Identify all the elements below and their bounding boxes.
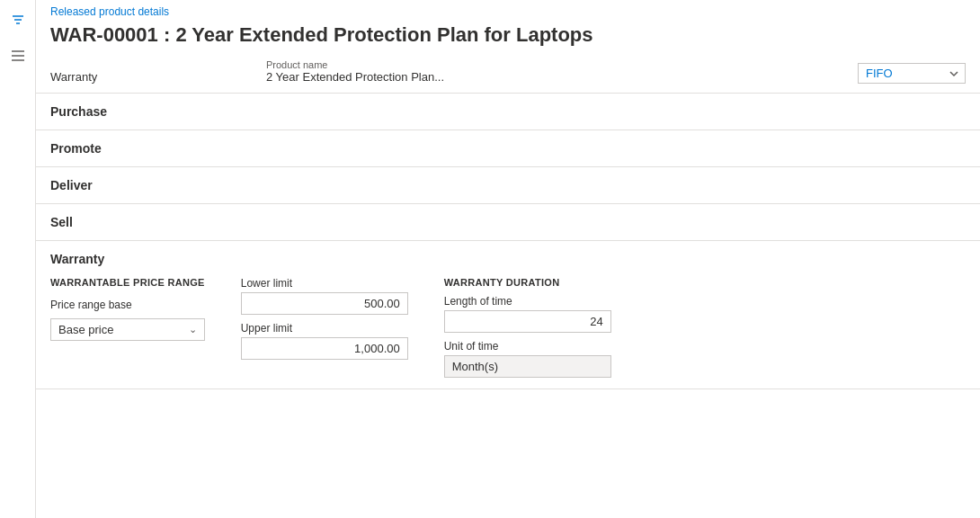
filter-icon[interactable] xyxy=(7,9,29,31)
upper-limit-label: Upper limit xyxy=(241,322,408,335)
product-name-value: 2 Year Extended Protection Plan... xyxy=(266,70,607,84)
unit-of-time-group: Unit of time Month(s) xyxy=(444,340,611,378)
warranty-type-value: Warranty xyxy=(50,70,248,84)
price-range-base-value: Base price xyxy=(58,323,113,336)
price-range-base-label: Price range base xyxy=(50,299,205,311)
unit-of-time-value: Month(s) xyxy=(444,355,611,378)
warrantable-price-range: WARRANTABLE PRICE RANGE Price range base… xyxy=(50,277,205,341)
warrantable-title: WARRANTABLE PRICE RANGE xyxy=(50,277,205,288)
warranty-type-field: Warranty xyxy=(50,70,248,84)
content-area: Warranty Product name 2 Year Extended Pr… xyxy=(36,58,980,518)
deliver-section-header[interactable]: Deliver xyxy=(36,167,980,204)
length-of-time-input[interactable] xyxy=(444,310,611,333)
length-of-time-group: Length of time xyxy=(444,295,611,333)
menu-icon[interactable] xyxy=(7,45,29,67)
fifo-wrapper: FIFO LIFO Average Standard xyxy=(625,63,966,84)
unit-of-time-label: Unit of time xyxy=(444,340,611,353)
product-name-field: Product name 2 Year Extended Protection … xyxy=(266,59,607,84)
price-range-base-select[interactable]: Base price ⌄ xyxy=(50,318,205,341)
breadcrumb[interactable]: Released product details xyxy=(36,0,980,20)
warranty-section-title: Warranty xyxy=(50,252,966,266)
purchase-section-header[interactable]: Purchase xyxy=(36,94,980,130)
warranty-duration-title: WARRANTY DURATION xyxy=(444,277,611,288)
warranty-duration-section: WARRANTY DURATION Length of time Unit of… xyxy=(444,277,611,378)
limits-section: Lower limit Upper limit xyxy=(241,277,408,360)
page-title: WAR-00001 : 2 Year Extended Protection P… xyxy=(36,20,980,58)
promote-section-header[interactable]: Promote xyxy=(36,130,980,167)
upper-limit-input[interactable] xyxy=(241,337,408,360)
warranty-body: WARRANTABLE PRICE RANGE Price range base… xyxy=(50,277,966,378)
sell-section-header[interactable]: Sell xyxy=(36,204,980,241)
lower-limit-group: Lower limit xyxy=(241,277,408,315)
sidebar xyxy=(0,0,36,518)
warranty-section: Warranty WARRANTABLE PRICE RANGE Price r… xyxy=(36,241,980,389)
lower-limit-input[interactable] xyxy=(241,292,408,315)
chevron-down-icon: ⌄ xyxy=(189,324,197,335)
fifo-select[interactable]: FIFO LIFO Average Standard xyxy=(858,63,966,84)
lower-limit-label: Lower limit xyxy=(241,277,408,290)
upper-limit-group: Upper limit xyxy=(241,322,408,360)
product-name-label: Product name xyxy=(266,59,607,70)
top-info-row: Warranty Product name 2 Year Extended Pr… xyxy=(36,58,980,94)
main-content: Released product details WAR-00001 : 2 Y… xyxy=(36,0,980,518)
length-of-time-label: Length of time xyxy=(444,295,611,308)
